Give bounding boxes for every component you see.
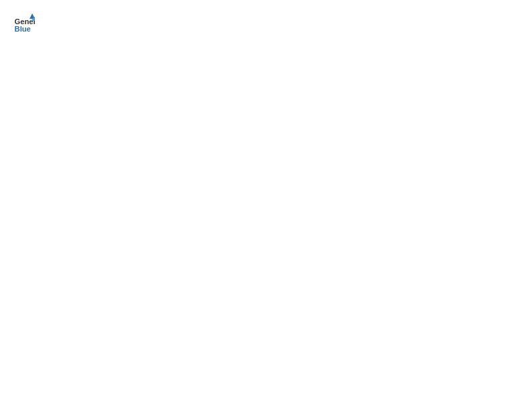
logo: General Blue — [13, 13, 35, 35]
svg-text:Blue: Blue — [15, 25, 31, 33]
header: General Blue — [13, 13, 519, 35]
logo-icon: General Blue — [13, 13, 35, 35]
